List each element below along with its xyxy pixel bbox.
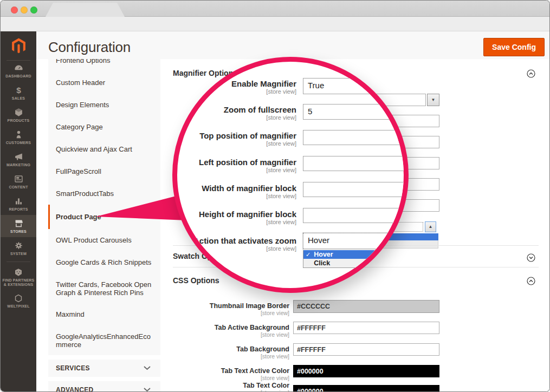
magento-logo[interactable]	[1, 31, 36, 60]
config-menu-group-services[interactable]: SERVICES	[48, 360, 160, 377]
bar-chart-icon	[14, 197, 23, 206]
config-menu-item[interactable]: Maxmind	[48, 303, 160, 325]
save-config-button[interactable]: Save Config	[483, 38, 545, 56]
cube-icon	[14, 108, 23, 117]
sidebar-item-find-partners[interactable]: FIND PARTNERS & EXTENSIONS	[1, 264, 36, 290]
config-menu-item[interactable]: GoogleAnalyticsEnhancedEcommerce	[48, 325, 160, 355]
menu-divider	[48, 355, 160, 360]
megaphone-icon	[14, 152, 23, 161]
sidebar-item-reports[interactable]: REPORTS	[1, 193, 36, 215]
sidebar-item-label: STORES	[1, 230, 36, 234]
field-label: Tab Background[store view]	[163, 346, 289, 360]
sidebar-item-label: CUSTOMERS	[1, 141, 36, 145]
field-label: Width of magnifier block[store view]	[172, 184, 296, 200]
sidebar-item-label: FIND PARTNERS & EXTENSIONS	[1, 278, 36, 287]
page-title: Configuration	[48, 39, 131, 56]
layout-icon	[14, 174, 23, 184]
browser-titlebar	[1, 1, 549, 17]
config-menu-group-advanced[interactable]: ADVANCED	[48, 381, 160, 392]
top-position-input[interactable]	[303, 130, 409, 145]
gauge-icon	[14, 64, 23, 73]
sidebar-item-marketing[interactable]: MARKETING	[1, 148, 36, 171]
sidebar-item-content[interactable]: CONTENT	[1, 171, 36, 193]
tab-background-input[interactable]	[293, 343, 439, 356]
storefront-icon	[14, 219, 23, 228]
left-position-input[interactable]	[303, 156, 409, 171]
config-menu-item[interactable]: FullPageScroll	[48, 160, 160, 182]
sidebar-item-sales[interactable]: $ SALES	[1, 82, 36, 104]
field-label: Tab Text Color[store view]	[163, 382, 289, 392]
screenshot-root: DASHBOARD $ SALES PRODUCTS CUSTOMERS MAR…	[0, 0, 550, 392]
sidebar-item-label: REPORTS	[1, 207, 36, 212]
magnified-form: Enable Magnifier[store view] True Zoom o…	[172, 57, 409, 293]
height-of-block-input[interactable]	[303, 208, 409, 223]
sidebar-item-label: SALES	[1, 96, 36, 101]
sidebar-item-label: DASHBOARD	[1, 74, 36, 79]
expand-section-icon[interactable]	[527, 253, 535, 262]
collapse-section-icon[interactable]	[527, 69, 535, 78]
browser-toolbar	[1, 17, 549, 31]
config-section-menu: Frontend Options Custom Header Design El…	[48, 49, 160, 392]
gear-icon	[14, 241, 23, 250]
config-menu-item[interactable]: Google Cards & Rich Snippets	[48, 251, 160, 273]
dropdown-close-button[interactable]: ▲	[425, 221, 436, 232]
close-window-icon[interactable]	[11, 6, 18, 14]
tab-text-color-input[interactable]	[293, 385, 439, 392]
maximize-window-icon[interactable]	[30, 6, 37, 14]
config-menu-item[interactable]: Custom Header	[48, 71, 160, 94]
config-menu-item[interactable]: Category Page	[48, 116, 160, 138]
field-label: Tab Text Active Color[store view]	[163, 368, 289, 381]
hexagon-icon	[14, 294, 23, 303]
chevron-down-icon	[144, 366, 151, 370]
browser-window: DASHBOARD $ SALES PRODUCTS CUSTOMERS MAR…	[0, 0, 550, 392]
sidebar-item-label: SYSTEM	[1, 252, 36, 256]
config-menu-item[interactable]: OWL Product Carousels	[48, 229, 160, 251]
sidebar-item-label: CONTENT	[1, 185, 36, 190]
sidebar-item-label: MARKETING	[1, 163, 36, 167]
section-title-css-options: CSS Options	[173, 276, 219, 285]
field-label: Top position of magnifier[store view]	[172, 132, 296, 147]
check-icon: ✓	[306, 251, 310, 258]
field-label: Thumbnail Image Border[store view]	[163, 303, 289, 316]
magnifier-callout: Enable Magnifier[store view] True Zoom o…	[172, 57, 409, 293]
dropdown-option-hover[interactable]: ✓ Hover	[303, 250, 385, 259]
chevron-down-icon	[144, 388, 151, 392]
menu-divider	[48, 377, 160, 381]
person-icon	[14, 130, 23, 139]
width-of-block-input[interactable]	[303, 182, 409, 197]
sidebar-item-label: PRODUCTS	[1, 119, 36, 123]
config-menu-item[interactable]: Twitter Cards, Facebook Open Graph & Pin…	[48, 273, 160, 303]
page-header: Configuration Save Config	[36, 31, 550, 59]
dropdown-open-button[interactable]: ▼	[427, 94, 439, 106]
sidebar-item-dashboard[interactable]: DASHBOARD	[1, 61, 36, 82]
config-menu-item[interactable]: SmartProductTabs	[48, 182, 160, 205]
sidebar-item-customers[interactable]: CUSTOMERS	[1, 126, 36, 148]
sidebar-item-system[interactable]: SYSTEM	[1, 237, 36, 259]
svg-text:$: $	[16, 86, 21, 95]
browser-tab[interactable]	[46, 3, 125, 17]
admin-sidebar: DASHBOARD $ SALES PRODUCTS CUSTOMERS MAR…	[1, 31, 36, 392]
thumbnail-image-border-input[interactable]	[293, 300, 439, 313]
config-menu-item[interactable]: Quickview and Ajax Cart	[48, 138, 160, 160]
config-menu-item[interactable]: Design Elements	[48, 94, 160, 116]
field-label: Left position of magnifier[store view]	[172, 158, 296, 174]
sidebar-divider	[7, 262, 30, 262]
tab-text-active-color-input[interactable]	[293, 365, 439, 377]
field-label: Tab Active Background[store view]	[163, 324, 289, 338]
sidebar-item-weltpixel[interactable]: WELTPIXEL	[1, 290, 36, 312]
sidebar-item-stores[interactable]: STORES	[1, 215, 36, 237]
collapse-section-icon[interactable]	[527, 277, 535, 285]
config-menu-item-product-page-active[interactable]: Product Page	[48, 205, 160, 229]
puzzle-cube-icon	[14, 268, 23, 277]
minimize-window-icon[interactable]	[21, 6, 28, 14]
sidebar-item-label: WELTPIXEL	[1, 304, 36, 309]
tab-active-background-input[interactable]	[293, 322, 439, 334]
field-label: Height of magnifier block[store view]	[172, 210, 296, 226]
sidebar-item-products[interactable]: PRODUCTS	[1, 104, 36, 126]
dollar-icon: $	[14, 86, 23, 95]
